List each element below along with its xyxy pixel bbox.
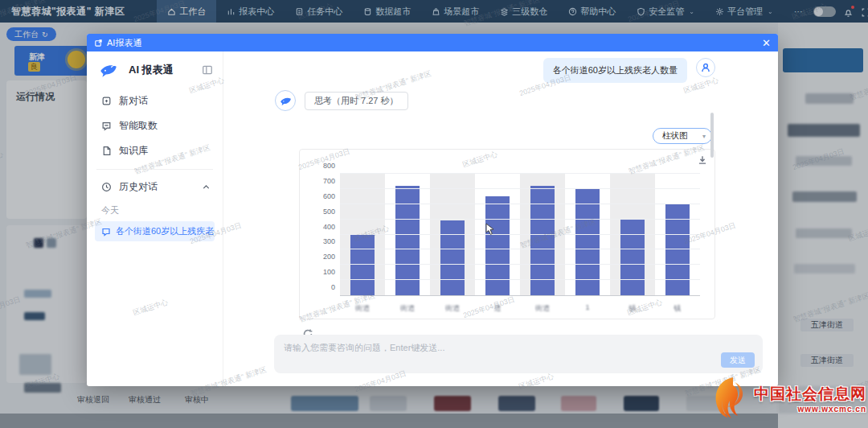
new-chat-icon xyxy=(101,96,112,106)
assistant-row: 思考（用时 7.27 秒） xyxy=(275,90,408,111)
y-tick-label: 500 xyxy=(323,208,335,216)
sidebar-item-0[interactable]: 新对话 xyxy=(87,88,223,113)
x-tick-label: 街道 xyxy=(520,303,565,314)
x-axis-labels: 街道街道街道道街道1镇镇 xyxy=(340,303,700,314)
y-tick-label: 300 xyxy=(323,237,335,245)
y-tick-label: 100 xyxy=(323,268,335,276)
knowledge-icon xyxy=(101,146,112,156)
chart-type-select[interactable]: 柱状图▾ xyxy=(653,128,712,144)
sidebar-menu: 新对话智能取数知识库 xyxy=(87,88,223,163)
smart-data-icon xyxy=(101,121,112,131)
chart-column xyxy=(520,174,565,295)
user-avatar xyxy=(696,58,715,77)
bar xyxy=(440,220,465,295)
x-tick-label: 街道 xyxy=(430,303,475,314)
divider xyxy=(96,169,213,170)
y-tick-label: 400 xyxy=(323,223,335,231)
modal-sidebar: AI 报表通 新对话智能取数知识库 历史对话 今天 各个街道60岁以上残疾老..… xyxy=(87,51,223,386)
modal-title: AI报表通 xyxy=(107,37,141,49)
history-item-selected[interactable]: 各个街道60岁以上残疾老... xyxy=(95,221,215,241)
chat-icon xyxy=(101,227,111,237)
send-button[interactable]: 发送 xyxy=(721,352,755,368)
chart-card: 0100200300400500600700800 街道街道街道道街道1镇镇 xyxy=(299,149,715,319)
bar-chart-plot: 0100200300400500600700800 xyxy=(340,174,700,296)
y-tick-label: 600 xyxy=(323,192,335,200)
chart-column xyxy=(655,174,700,295)
download-icon[interactable] xyxy=(697,154,708,166)
chart-column xyxy=(610,174,655,295)
x-tick-label: 1 xyxy=(565,303,610,314)
modal-header: AI报表通 ✕ xyxy=(87,34,778,51)
chart-column xyxy=(340,174,385,295)
chevron-up-icon xyxy=(201,182,211,192)
thinking-duration-pill: 思考（用时 7.27 秒） xyxy=(305,92,408,110)
bar xyxy=(485,196,510,295)
user-message-bubble: 各个街道60岁以上残疾老人数量 xyxy=(543,58,687,83)
window-icon xyxy=(94,39,103,47)
sidebar-item-history[interactable]: 历史对话 xyxy=(87,175,223,198)
app-title: AI 报表通 xyxy=(129,63,174,77)
close-icon[interactable]: ✕ xyxy=(762,38,771,48)
sidebar-item-2[interactable]: 知识库 xyxy=(87,138,223,163)
y-tick-label: 200 xyxy=(323,253,335,261)
x-tick-label: 镇 xyxy=(610,303,655,314)
chart-column xyxy=(430,174,475,295)
collapse-panel-icon[interactable] xyxy=(202,64,213,76)
chart-column xyxy=(565,174,610,295)
x-tick-label: 道 xyxy=(475,303,520,314)
user-message-row: 各个街道60岁以上残疾老人数量 xyxy=(543,58,715,83)
assistant-whale-avatar xyxy=(275,90,296,111)
ai-report-modal: AI报表通 ✕ AI 报表通 新对话智能取数知识库 xyxy=(87,34,778,386)
sidebar-item-1[interactable]: 智能取数 xyxy=(87,113,223,138)
x-tick-label: 镇 xyxy=(655,303,700,314)
chat-scrollbar[interactable] xyxy=(710,113,714,158)
chat-main: 各个街道60岁以上残疾老人数量 思考（用时 7.27 秒） 柱状图▾ xyxy=(223,51,778,386)
x-tick-label: 街道 xyxy=(385,303,430,314)
question-input-box: 发送 xyxy=(274,335,763,373)
screen: 智慧蓉城"报表通" 新津区 工作台报表中心任务中心数据超市场景超市三级数仓帮助中… xyxy=(0,0,868,428)
whale-logo-icon xyxy=(98,60,119,80)
y-tick-label: 700 xyxy=(323,177,335,185)
bar xyxy=(620,220,645,295)
history-clock-icon xyxy=(101,182,112,192)
chart-column xyxy=(475,174,520,295)
sidebar-logo-row: AI 报表通 xyxy=(87,60,223,88)
y-tick-label: 800 xyxy=(323,162,335,170)
chart-column xyxy=(385,174,430,295)
y-tick-label: 0 xyxy=(331,283,335,291)
history-group-label: 今天 xyxy=(87,198,223,220)
bar xyxy=(350,235,375,295)
question-input[interactable] xyxy=(284,340,714,356)
x-tick-label: 街道 xyxy=(340,303,385,314)
